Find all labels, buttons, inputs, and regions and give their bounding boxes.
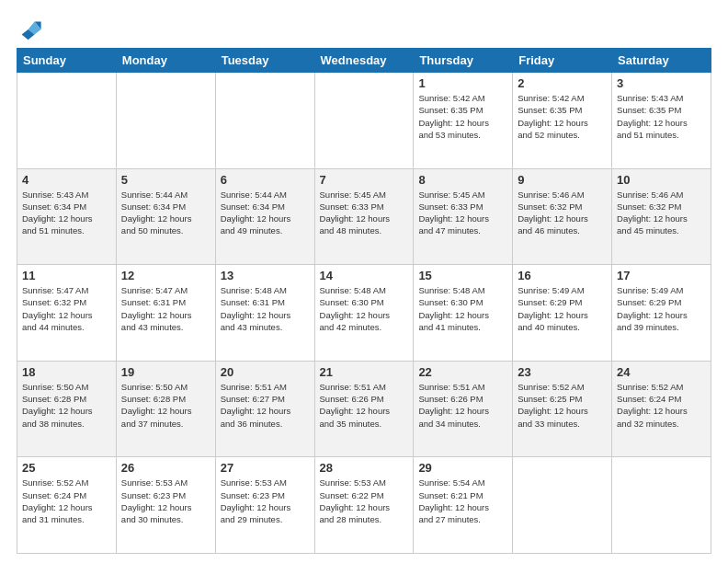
day-cell: 29Sunrise: 5:54 AM Sunset: 6:21 PM Dayli… [414,457,513,554]
day-cell: 13Sunrise: 5:48 AM Sunset: 6:31 PM Dayli… [215,265,314,362]
week-row-1: 1Sunrise: 5:42 AM Sunset: 6:35 PM Daylig… [17,73,711,169]
weekday-header-thursday: Thursday [414,49,513,73]
day-info: Sunrise: 5:47 AM Sunset: 6:32 PM Dayligh… [22,284,111,333]
day-number: 12 [121,269,210,282]
day-info: Sunrise: 5:49 AM Sunset: 6:29 PM Dayligh… [617,284,706,333]
day-cell: 23Sunrise: 5:52 AM Sunset: 6:25 PM Dayli… [513,361,612,457]
day-info: Sunrise: 5:52 AM Sunset: 6:24 PM Dayligh… [617,381,706,430]
day-cell: 2Sunrise: 5:42 AM Sunset: 6:35 PM Daylig… [513,73,612,169]
day-cell [314,73,414,169]
day-info: Sunrise: 5:49 AM Sunset: 6:29 PM Dayligh… [518,284,607,333]
day-info: Sunrise: 5:43 AM Sunset: 6:34 PM Dayligh… [22,189,111,237]
day-info: Sunrise: 5:52 AM Sunset: 6:25 PM Dayligh… [518,381,607,430]
day-cell: 14Sunrise: 5:48 AM Sunset: 6:30 PM Dayli… [314,265,414,362]
day-info: Sunrise: 5:45 AM Sunset: 6:33 PM Dayligh… [320,189,409,237]
day-number: 15 [418,269,507,282]
day-info: Sunrise: 5:53 AM Sunset: 6:23 PM Dayligh… [121,477,210,525]
logo [17,17,46,42]
day-cell: 26Sunrise: 5:53 AM Sunset: 6:23 PM Dayli… [116,457,215,554]
calendar-table: SundayMondayTuesdayWednesdayThursdayFrid… [17,48,711,554]
day-number: 9 [518,173,607,187]
day-info: Sunrise: 5:44 AM Sunset: 6:34 PM Dayligh… [121,189,210,237]
day-number: 3 [617,76,706,90]
weekday-header-saturday: Saturday [612,49,711,73]
day-info: Sunrise: 5:45 AM Sunset: 6:33 PM Dayligh… [418,189,507,237]
day-cell: 16Sunrise: 5:49 AM Sunset: 6:29 PM Dayli… [513,265,612,362]
day-info: Sunrise: 5:50 AM Sunset: 6:28 PM Dayligh… [22,381,111,430]
calendar-page: SundayMondayTuesdayWednesdayThursdayFrid… [0,0,728,563]
day-number: 6 [221,173,310,187]
day-info: Sunrise: 5:48 AM Sunset: 6:30 PM Dayligh… [418,284,507,333]
day-cell: 27Sunrise: 5:53 AM Sunset: 6:23 PM Dayli… [215,457,314,554]
day-number: 17 [617,269,706,282]
day-cell: 1Sunrise: 5:42 AM Sunset: 6:35 PM Daylig… [414,73,513,169]
day-number: 16 [518,269,607,282]
day-number: 22 [418,365,507,379]
day-cell: 7Sunrise: 5:45 AM Sunset: 6:33 PM Daylig… [314,168,414,265]
day-cell: 20Sunrise: 5:51 AM Sunset: 6:27 PM Dayli… [215,361,314,457]
day-cell: 9Sunrise: 5:46 AM Sunset: 6:32 PM Daylig… [513,168,612,265]
day-info: Sunrise: 5:42 AM Sunset: 6:35 PM Dayligh… [418,92,507,141]
day-cell [116,73,215,169]
day-cell: 8Sunrise: 5:45 AM Sunset: 6:33 PM Daylig… [414,168,513,265]
day-number: 18 [22,365,111,379]
day-info: Sunrise: 5:52 AM Sunset: 6:24 PM Dayligh… [22,477,111,525]
header [17,17,711,42]
day-cell: 18Sunrise: 5:50 AM Sunset: 6:28 PM Dayli… [17,361,117,457]
day-info: Sunrise: 5:43 AM Sunset: 6:35 PM Dayligh… [617,92,706,141]
day-number: 7 [320,173,409,187]
weekday-header-friday: Friday [513,49,612,73]
day-cell: 10Sunrise: 5:46 AM Sunset: 6:32 PM Dayli… [612,168,711,265]
day-number: 14 [320,269,409,282]
day-cell: 19Sunrise: 5:50 AM Sunset: 6:28 PM Dayli… [116,361,215,457]
day-cell: 17Sunrise: 5:49 AM Sunset: 6:29 PM Dayli… [612,265,711,362]
day-info: Sunrise: 5:50 AM Sunset: 6:28 PM Dayligh… [121,381,210,430]
logo-icon [17,17,42,42]
day-info: Sunrise: 5:44 AM Sunset: 6:34 PM Dayligh… [221,189,310,237]
day-number: 26 [121,461,210,475]
day-cell [513,457,612,554]
weekday-header-sunday: Sunday [17,49,117,73]
weekday-header-row: SundayMondayTuesdayWednesdayThursdayFrid… [17,49,711,73]
day-number: 27 [221,461,310,475]
day-cell: 21Sunrise: 5:51 AM Sunset: 6:26 PM Dayli… [314,361,414,457]
day-number: 29 [418,461,507,475]
day-number: 25 [22,461,111,475]
day-number: 2 [518,76,607,90]
day-cell: 28Sunrise: 5:53 AM Sunset: 6:22 PM Dayli… [314,457,414,554]
day-cell: 24Sunrise: 5:52 AM Sunset: 6:24 PM Dayli… [612,361,711,457]
day-cell: 25Sunrise: 5:52 AM Sunset: 6:24 PM Dayli… [17,457,117,554]
day-cell: 3Sunrise: 5:43 AM Sunset: 6:35 PM Daylig… [612,73,711,169]
week-row-2: 4Sunrise: 5:43 AM Sunset: 6:34 PM Daylig… [17,168,711,265]
day-number: 11 [22,269,111,282]
day-number: 13 [221,269,310,282]
day-info: Sunrise: 5:47 AM Sunset: 6:31 PM Dayligh… [121,284,210,333]
day-cell: 15Sunrise: 5:48 AM Sunset: 6:30 PM Dayli… [414,265,513,362]
weekday-header-monday: Monday [116,49,215,73]
day-cell: 4Sunrise: 5:43 AM Sunset: 6:34 PM Daylig… [17,168,117,265]
day-info: Sunrise: 5:54 AM Sunset: 6:21 PM Dayligh… [418,477,507,525]
day-number: 20 [221,365,310,379]
day-info: Sunrise: 5:51 AM Sunset: 6:26 PM Dayligh… [320,381,409,430]
week-row-5: 25Sunrise: 5:52 AM Sunset: 6:24 PM Dayli… [17,457,711,554]
week-row-3: 11Sunrise: 5:47 AM Sunset: 6:32 PM Dayli… [17,265,711,362]
day-info: Sunrise: 5:48 AM Sunset: 6:30 PM Dayligh… [320,284,409,333]
day-cell [612,457,711,554]
day-info: Sunrise: 5:46 AM Sunset: 6:32 PM Dayligh… [617,189,706,237]
day-info: Sunrise: 5:46 AM Sunset: 6:32 PM Dayligh… [518,189,607,237]
week-row-4: 18Sunrise: 5:50 AM Sunset: 6:28 PM Dayli… [17,361,711,457]
day-number: 21 [320,365,409,379]
day-number: 8 [418,173,507,187]
day-cell: 12Sunrise: 5:47 AM Sunset: 6:31 PM Dayli… [116,265,215,362]
weekday-header-tuesday: Tuesday [215,49,314,73]
weekday-header-wednesday: Wednesday [314,49,414,73]
day-number: 4 [22,173,111,187]
day-cell: 6Sunrise: 5:44 AM Sunset: 6:34 PM Daylig… [215,168,314,265]
day-number: 10 [617,173,706,187]
day-cell: 5Sunrise: 5:44 AM Sunset: 6:34 PM Daylig… [116,168,215,265]
day-cell [17,73,117,169]
day-info: Sunrise: 5:53 AM Sunset: 6:22 PM Dayligh… [320,477,409,525]
day-number: 24 [617,365,706,379]
day-cell: 11Sunrise: 5:47 AM Sunset: 6:32 PM Dayli… [17,265,117,362]
day-info: Sunrise: 5:42 AM Sunset: 6:35 PM Dayligh… [518,92,607,141]
